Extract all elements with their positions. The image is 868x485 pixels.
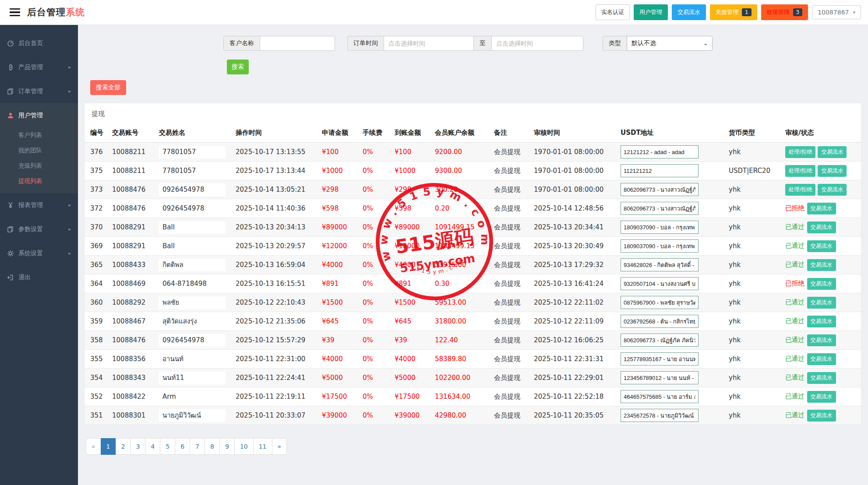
- cell-remark: 会员提现: [490, 293, 530, 312]
- cell-id: 354: [85, 369, 109, 387]
- cell-usdt-address: [617, 293, 725, 312]
- page-button-11[interactable]: 11: [253, 438, 272, 455]
- hamburger-menu-icon[interactable]: [10, 8, 20, 17]
- cell-op-time: 2025-10-14 13:05:21: [232, 180, 318, 199]
- page-button-1[interactable]: 1: [101, 438, 116, 455]
- cell-received: ¥39: [391, 331, 431, 350]
- page-button-2[interactable]: 2: [116, 438, 131, 455]
- trade-flow-button[interactable]: 交易流水: [807, 203, 836, 214]
- page-button-4[interactable]: 4: [145, 438, 160, 455]
- trade-flow-button[interactable]: 交易流水: [807, 410, 836, 422]
- sidebar-subitem-withdraw-list[interactable]: 提现列表: [0, 173, 78, 189]
- table-row: 3581008847609264549782025-10-12 15:57:29…: [85, 331, 861, 350]
- page-button-7[interactable]: 7: [190, 438, 205, 455]
- sidebar-subitem-customer-list[interactable]: 客户列表: [0, 127, 78, 143]
- usdt-address-input[interactable]: [621, 258, 699, 271]
- cell-id: 365: [85, 256, 109, 274]
- page-button-3[interactable]: 3: [130, 438, 145, 455]
- trade-name-box: อานนท์: [159, 353, 226, 366]
- brand-accent: 系统: [66, 7, 85, 18]
- usdt-address-input[interactable]: [621, 145, 699, 158]
- trade-flow-button[interactable]: 交易流水: [807, 259, 836, 271]
- trade-flow-button[interactable]: 交易流水: [807, 278, 836, 290]
- withdraw-manage-button[interactable]: 提现管理3: [761, 4, 808, 20]
- usdt-address-input[interactable]: [621, 277, 699, 290]
- usdt-address-input[interactable]: [621, 202, 699, 215]
- cell-name: 77801057: [155, 162, 232, 180]
- sidebar-item-users[interactable]: 用户管理: [0, 103, 78, 127]
- brand-primary: 后台管理: [27, 7, 66, 18]
- panel-title: 提现: [85, 103, 861, 123]
- trade-flow-button[interactable]: 交易流水: [807, 353, 836, 365]
- sidebar-item-logout[interactable]: 退出: [0, 265, 78, 289]
- usdt-address-input[interactable]: [621, 371, 699, 384]
- page-button-9[interactable]: 9: [219, 438, 235, 455]
- trade-flow-button[interactable]: 交易流水: [807, 391, 836, 403]
- trade-flow-button[interactable]: 交易流水: [807, 297, 836, 309]
- cell-amount: ¥39: [318, 331, 359, 350]
- page-button-6[interactable]: 6: [175, 438, 190, 455]
- usdt-address-input[interactable]: [621, 334, 699, 347]
- end-time-input[interactable]: [491, 36, 583, 51]
- usdt-address-input[interactable]: [621, 352, 699, 366]
- cell-audit-time: 2025-10-11 22:29:01: [530, 369, 617, 387]
- status-text: 已通过: [785, 242, 804, 249]
- sidebar-subitem-my-team[interactable]: 我的团队: [0, 143, 78, 158]
- trade-name-box: Arm: [159, 390, 226, 403]
- sidebar-item-system[interactable]: 系统设置▸: [0, 241, 78, 265]
- table-row: 37610088211778010572025-10-17 13:13:55¥1…: [85, 143, 861, 162]
- page-next-button[interactable]: »: [272, 438, 287, 455]
- usdt-address-input[interactable]: [621, 409, 699, 422]
- cell-received: ¥39000: [391, 406, 431, 425]
- page-button-5[interactable]: 5: [160, 438, 175, 455]
- sidebar-item-home[interactable]: 后台首页: [0, 31, 78, 55]
- type-select[interactable]: 默认不选 ⌄: [627, 36, 713, 51]
- cell-currency: yhk: [725, 218, 782, 237]
- usdt-address-input[interactable]: [621, 239, 699, 253]
- trade-flow-button[interactable]: 交易流水: [818, 165, 847, 177]
- recharge-manage-button[interactable]: 充值管理1: [710, 4, 757, 20]
- customer-name-input[interactable]: [260, 36, 335, 51]
- trade-flow-button[interactable]: 交易流水: [807, 372, 836, 384]
- sidebar-item-params[interactable]: 参数设置▸: [0, 217, 78, 241]
- cell-id: 364: [85, 274, 109, 293]
- usdt-address-input[interactable]: [621, 164, 699, 177]
- page-prev-button[interactable]: «: [86, 438, 101, 455]
- usdt-address-input[interactable]: [621, 183, 699, 196]
- search-all-button[interactable]: 搜索全部: [90, 80, 126, 95]
- cell-account: 10088433: [109, 256, 155, 274]
- sidebar-subitem-recharge-list[interactable]: 充值列表: [0, 158, 78, 173]
- trade-flow-button[interactable]: 交易流水: [818, 184, 847, 196]
- page-button-8[interactable]: 8: [205, 438, 220, 455]
- account-menu-button[interactable]: 10087867 ▾: [812, 5, 861, 19]
- cell-account: 10088291: [109, 237, 155, 256]
- sidebar-item-orders[interactable]: 订单管理▸: [0, 79, 78, 103]
- cell-name: นายภูมิวิวัฒน์: [155, 406, 232, 425]
- trade-flow-button[interactable]: 交易流水: [807, 221, 836, 233]
- usdt-address-input[interactable]: [621, 390, 699, 403]
- cell-actions: 处理/拒绝交易流水: [782, 143, 861, 162]
- trade-flow-button[interactable]: 交易流水: [807, 240, 836, 252]
- button-label: 用户管理: [639, 8, 662, 16]
- sidebar-item-reports[interactable]: 报表管理▸: [0, 193, 78, 217]
- cell-id: 360: [85, 293, 109, 312]
- process-reject-button[interactable]: 处理/拒绝: [785, 184, 815, 196]
- start-time-input[interactable]: [384, 36, 474, 51]
- usdt-address-input[interactable]: [621, 221, 699, 234]
- trade-flow-button[interactable]: 交易流水: [672, 4, 706, 20]
- cell-amount: ¥4000: [318, 350, 359, 369]
- usdt-address-input[interactable]: [621, 296, 699, 309]
- column-header: 交易账号: [109, 123, 155, 143]
- trade-flow-button[interactable]: 交易流水: [807, 316, 836, 327]
- trade-flow-button[interactable]: 交易流水: [818, 146, 847, 158]
- process-reject-button[interactable]: 处理/拒绝: [785, 146, 815, 158]
- status-text: 已通过: [785, 223, 804, 230]
- trade-flow-button[interactable]: 交易流水: [807, 334, 836, 346]
- process-reject-button[interactable]: 处理/拒绝: [785, 165, 815, 177]
- page-button-10[interactable]: 10: [234, 438, 254, 455]
- search-button[interactable]: 搜索: [227, 60, 249, 74]
- sidebar-item-product[interactable]: 产品管理▸: [0, 55, 78, 79]
- user-manage-button[interactable]: 用户管理: [634, 4, 668, 20]
- realname-auth-button[interactable]: 实名认证: [596, 4, 630, 20]
- usdt-address-input[interactable]: [621, 315, 699, 328]
